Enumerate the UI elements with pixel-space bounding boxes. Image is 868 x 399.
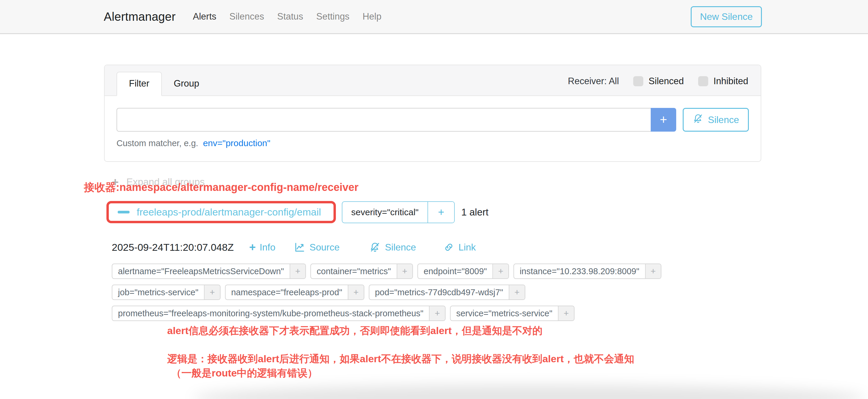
group-matcher-chip: severity="critical" + <box>342 201 455 223</box>
label-tag-job: job="metrics-service" + <box>112 284 221 300</box>
matcher-example-link[interactable]: env="production" <box>203 138 270 148</box>
silenced-checkbox-label: Silenced <box>649 76 684 87</box>
chart-line-icon <box>294 241 306 253</box>
label-add-filter-button[interactable]: + <box>645 264 661 278</box>
new-silence-button[interactable]: New Silence <box>691 6 762 27</box>
filter-panel-body: + Silence Custom matcher, e.g. <box>105 96 761 161</box>
nav-item-help[interactable]: Help <box>363 11 381 22</box>
label-tag-namespace: namespace="freeleaps-prod" + <box>225 284 364 300</box>
label-add-filter-button[interactable]: + <box>429 306 445 320</box>
alert-actions-row: 2025-09-24T11:20:07.048Z + Info <box>112 240 761 254</box>
filter-panel-header: Filter Group Receiver: All Silenced Inhi… <box>105 65 761 96</box>
inhibited-checkbox[interactable] <box>698 76 708 86</box>
app-brand[interactable]: Alertmanager <box>104 10 176 23</box>
label-tag-alertname: alertname="FreeleapsMetricsServiceDown" … <box>112 264 306 279</box>
alert-timestamp: 2025-09-24T11:20:07.048Z <box>112 242 234 253</box>
label-tag-service: service="metrics-service" + <box>450 306 575 321</box>
label-tag-endpoint: endpoint="8009" + <box>417 264 509 279</box>
alert-source-link[interactable]: Source <box>294 241 339 253</box>
alertmanager-page: Alertmanager Alerts Silences Status Sett… <box>0 0 868 399</box>
alert-source-label: Source <box>309 242 339 253</box>
silence-button-label: Silence <box>708 115 739 125</box>
receiver-group-link[interactable]: freeleaps-prod/alertmanager-config/email <box>137 206 321 218</box>
tab-filter[interactable]: Filter <box>117 72 162 96</box>
matcher-helper-row: Custom matcher, e.g. env="production" <box>117 138 749 148</box>
alert-detail-block: 2025-09-24T11:20:07.048Z + Info <box>112 240 761 321</box>
inhibited-checkbox-label: Inhibited <box>714 76 748 87</box>
label-add-filter-button[interactable]: + <box>492 264 508 278</box>
nav-links: Alerts Silences Status Settings Help <box>193 11 381 22</box>
matcher-helper-text: Custom matcher, e.g. <box>117 139 198 148</box>
alert-count-label: 1 alert <box>461 207 489 218</box>
bell-slash-icon <box>369 241 381 253</box>
silence-from-filter-button[interactable]: Silence <box>683 108 749 132</box>
label-tag-prometheus: prometheus="freeleaps-monitoring-system/… <box>112 306 445 321</box>
panel-header-controls: Receiver: All Silenced Inhibited <box>568 76 748 91</box>
silenced-checkbox[interactable] <box>633 76 643 86</box>
label-add-filter-button[interactable]: + <box>397 264 413 278</box>
group-matcher-label[interactable]: severity="critical" <box>342 202 428 223</box>
chain-link-icon <box>443 242 455 253</box>
label-text: instance="10.233.98.209:8009" <box>514 264 645 278</box>
bottom-shadow <box>193 385 866 399</box>
label-add-filter-button[interactable]: + <box>348 285 364 299</box>
label-text: namespace="freeleaps-prod" <box>226 285 348 299</box>
annotation-receiver-note: 接收器:namespace/altermanager-config-name/r… <box>84 180 359 195</box>
nav-item-status[interactable]: Status <box>277 11 303 22</box>
navbar: Alertmanager Alerts Silences Status Sett… <box>0 0 868 34</box>
alert-info-label: Info <box>260 242 275 253</box>
label-text: endpoint="8009" <box>418 264 492 278</box>
receiver-group-row: freeleaps-prod/alertmanager-config/email… <box>112 201 761 223</box>
annotation-logic-note-line2: （一般是route中的逻辑有错误） <box>172 366 317 380</box>
alert-labels: alertname="FreeleapsMetricsServiceDown" … <box>112 264 769 321</box>
label-tag-pod: pod="metrics-77d9cdb497-wdsj7" + <box>369 284 525 300</box>
matcher-input[interactable] <box>117 108 651 132</box>
label-text: alertname="FreeleapsMetricsServiceDown" <box>112 264 290 278</box>
label-add-filter-button[interactable]: + <box>204 285 220 299</box>
alert-link-label: Link <box>458 242 476 253</box>
silenced-checkbox-group[interactable]: Silenced <box>633 76 684 87</box>
label-text: service="metrics-service" <box>451 306 558 320</box>
annotation-red-box: freeleaps-prod/alertmanager-config/email <box>106 201 336 223</box>
alert-groups-section: + Expand all groups freeleaps-prod/alert… <box>112 177 761 321</box>
label-text: container="metrics" <box>311 264 396 278</box>
label-tag-instance: instance="10.233.98.209:8009" + <box>514 264 661 279</box>
label-add-filter-button[interactable]: + <box>509 285 525 299</box>
info-plus-icon: + <box>249 242 255 253</box>
label-add-filter-button[interactable]: + <box>558 306 574 320</box>
label-text: prometheus="freeleaps-monitoring-system/… <box>112 306 429 320</box>
collapse-minus-icon <box>118 211 129 213</box>
alert-info-link[interactable]: + Info <box>249 242 275 253</box>
add-matcher-button[interactable]: + <box>651 108 676 132</box>
alert-permalink[interactable]: Link <box>443 242 476 253</box>
filter-panel: Filter Group Receiver: All Silenced Inhi… <box>104 65 761 162</box>
label-text: job="metrics-service" <box>112 285 204 299</box>
label-text: pod="metrics-77d9cdb497-wdsj7" <box>369 285 509 299</box>
alert-silence-link[interactable]: Silence <box>369 241 416 253</box>
inhibited-checkbox-group[interactable]: Inhibited <box>698 76 748 87</box>
nav-item-silences[interactable]: Silences <box>229 11 264 22</box>
nav-item-alerts[interactable]: Alerts <box>193 11 216 22</box>
alert-silence-label: Silence <box>385 242 416 253</box>
receiver-filter-label[interactable]: Receiver: All <box>568 76 619 87</box>
label-tag-container: container="metrics" + <box>310 264 413 279</box>
matcher-input-row: + Silence <box>117 108 749 132</box>
tab-group[interactable]: Group <box>162 72 211 95</box>
group-matcher-add-button[interactable]: + <box>428 202 454 223</box>
label-add-filter-button[interactable]: + <box>290 264 306 278</box>
bell-slash-icon <box>692 113 704 127</box>
nav-item-settings[interactable]: Settings <box>316 11 349 22</box>
annotation-logic-note-line1: 逻辑是：接收器收到alert后进行通知，如果alert不在接收器下，说明接收器没… <box>167 352 634 366</box>
annotation-alert-note: alert信息必须在接收器下才表示配置成功，否则即使能看到alert，但是通知是… <box>167 324 542 338</box>
